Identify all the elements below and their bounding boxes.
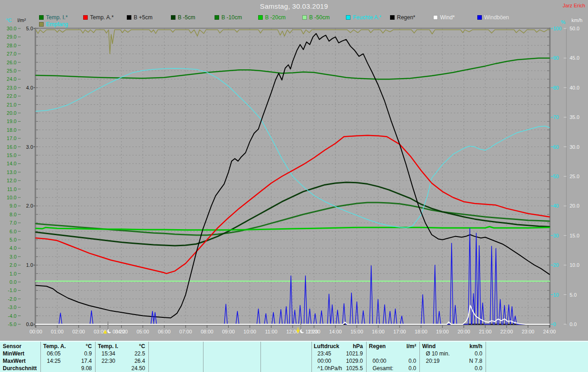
temp-axis-label: 21.0 — [7, 102, 17, 107]
table-cell: 23:451021.9 — [313, 350, 365, 357]
wind-axis-label: 30.0 — [570, 144, 579, 150]
legend-label: Temp. I.* — [46, 14, 68, 21]
wind-axis-label: 40.0 — [570, 85, 579, 90]
temp-axis-label: 20.0 — [7, 110, 17, 116]
temp-axis-label: 3.0 — [10, 254, 17, 259]
legend-item-regen: Regen* — [390, 14, 415, 21]
temp-axis-label: 16.0 — [7, 144, 17, 150]
temp-axis-label: 1.0 — [10, 271, 17, 276]
time-axis-label: 09:00 — [222, 329, 235, 334]
temp-axis-label: 17.0 — [7, 135, 17, 141]
weather-app-window: -5.0-4.0-3.0-2.0-1.00.01.02.03.04.05.06.… — [0, 0, 588, 372]
table-group-header: Windkm/h — [421, 343, 484, 349]
time-axis-label: 18:00 — [415, 329, 428, 334]
legend-item-b-m10: B -10cm — [215, 14, 242, 21]
series-b-m5 — [36, 182, 549, 246]
cell-label: 06:05 — [42, 350, 61, 357]
cell-value: 17.4 — [81, 358, 94, 364]
legend-label: B -10cm — [221, 14, 242, 21]
cell-value: hPa — [353, 343, 365, 349]
time-axis-label: 02:00 — [72, 329, 85, 334]
cell-label: Gesamt: — [368, 365, 393, 372]
temp-axis-label: 9.0 — [10, 203, 17, 209]
time-axis-label: 14:00 — [329, 329, 342, 334]
legend-item-temp-a: Temp. A.* — [83, 14, 113, 21]
moonset-time: 12:23 — [305, 329, 318, 334]
cell-label: 00:00 — [368, 358, 386, 364]
table-row-label: MaxWert — [3, 358, 26, 364]
temp-axis-label: 27.0 — [7, 51, 17, 56]
b-p5-swatch-icon — [127, 15, 131, 20]
table-cell: 9.08 — [42, 365, 94, 372]
table-row-label: Durchschnitt — [3, 365, 37, 372]
temp-axis-label: 25.0 — [7, 68, 17, 73]
table-cell: 00:000.0 — [368, 358, 418, 364]
legend-label: Feuchte A.* — [353, 14, 381, 21]
wind-axis-label: 25.0 — [570, 174, 579, 179]
cell-label — [421, 365, 426, 372]
temp-axis-label: 12.0 — [7, 178, 17, 183]
humidity-axis-label: 60 — [553, 144, 559, 150]
stats-table: SensorMinWertMaxWertDurchschnittTemp. A.… — [0, 341, 588, 372]
wind-axis-label: 45.0 — [570, 55, 579, 61]
temp-axis-label: -2.0 — [8, 296, 17, 302]
regen-swatch-icon — [390, 15, 395, 20]
legend-item-b-m50: B -50cm — [302, 14, 330, 21]
cell-label — [97, 365, 102, 372]
temp-axis-label: 13.0 — [7, 169, 17, 175]
temp-axis-label: 15.0 — [7, 152, 17, 158]
time-axis-label: 21:00 — [479, 329, 492, 334]
time-axis-label: 00:00 — [29, 329, 42, 334]
table-cell: 00:001029.0 — [313, 358, 365, 364]
table-cell: 22:3026.4 — [97, 358, 147, 364]
cell-label: Regen — [368, 343, 386, 349]
moonrise-marker — [103, 321, 113, 334]
cell-label — [42, 365, 47, 372]
table-row-label: MinWert — [3, 350, 24, 357]
cell-label: Temp. I. — [97, 343, 118, 349]
temp-axis-label: 10.0 — [7, 195, 17, 200]
cell-label: 00:00 — [313, 358, 331, 364]
cell-value: 22.5 — [135, 350, 147, 357]
table-separator — [203, 342, 204, 372]
cell-label: 23:45 — [313, 350, 331, 357]
temp-axis-label: 4.0 — [10, 245, 17, 251]
legend-label: Empfang — [46, 21, 68, 28]
humidity-axis-label: 30 — [553, 233, 559, 238]
temp-axis-label: 29.0 — [7, 34, 17, 39]
legend-item-empfang: Empfang — [39, 21, 68, 28]
cell-value: 0.0 — [408, 358, 418, 364]
empfang-swatch-icon — [39, 22, 44, 27]
b-m20-swatch-icon — [258, 15, 263, 20]
table-separator — [486, 342, 486, 372]
weather-chart: -5.0-4.0-3.0-2.0-1.00.01.02.03.04.05.06.… — [0, 0, 588, 341]
chart-legend: Temp. I.*Temp. A.*B +5cmB -5cmB -10cmB -… — [0, 0, 588, 28]
table-separator — [148, 342, 149, 372]
cell-label: Wind — [421, 343, 435, 349]
table-group-header: Temp. A.°C — [42, 343, 94, 349]
temp-axis-label: 28.0 — [7, 43, 17, 48]
rain-axis-label: 4.0 — [26, 85, 33, 90]
legend-item-b-m5: B -5cm — [171, 14, 195, 21]
cell-value: 26.4 — [135, 358, 147, 364]
humidity-axis-label: 40 — [553, 203, 559, 209]
cell-value: 0.0 — [475, 350, 484, 357]
time-axis-label: 08:00 — [201, 329, 214, 334]
time-axis-label: 05:00 — [136, 329, 149, 334]
series-temp-a — [36, 135, 549, 274]
table-cell: Gesamt:0.0 — [368, 365, 418, 372]
cell-label: Luftdruck — [313, 343, 339, 349]
legend-label: B -5cm — [178, 14, 195, 21]
temp-axis-label: 24.0 — [7, 76, 17, 82]
legend-label: B -50cm — [309, 14, 330, 21]
cell-label: 20:19 — [421, 358, 440, 364]
cell-value: l/m² — [407, 343, 418, 349]
temp-axis-label: 23.0 — [7, 85, 17, 90]
moonrise-time: 03:22 — [113, 329, 125, 334]
temp-axis-label: 22.0 — [7, 93, 17, 99]
temp-axis-label: -3.0 — [8, 304, 17, 310]
table-cell: 14:2517.4 — [42, 358, 94, 364]
temp-axis-label: 18.0 — [7, 127, 17, 133]
table-separator — [260, 342, 261, 372]
cell-value: 9.08 — [81, 365, 94, 372]
